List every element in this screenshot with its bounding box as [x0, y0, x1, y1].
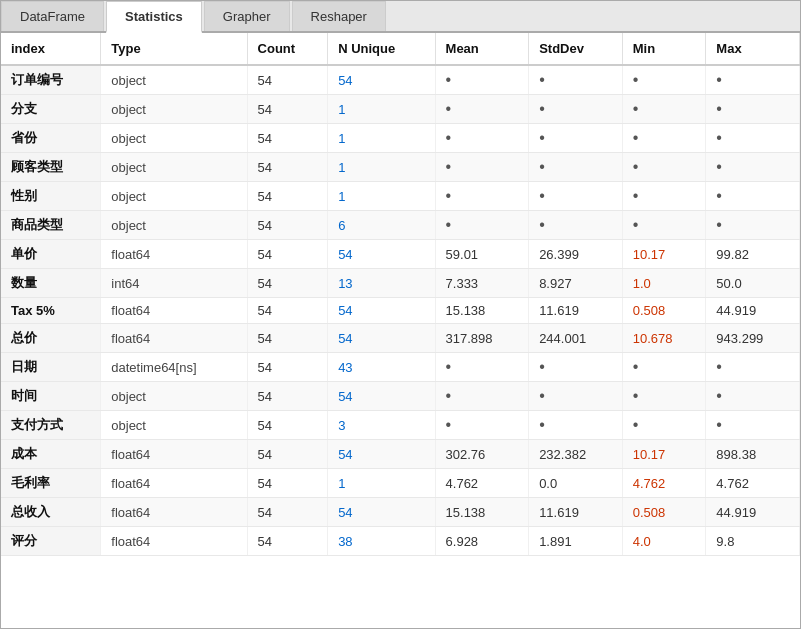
table-cell: •	[435, 353, 529, 382]
table-cell: 商品类型	[1, 211, 101, 240]
table-cell: •	[529, 124, 623, 153]
table-cell: float64	[101, 240, 247, 269]
col-header-index: index	[1, 33, 101, 65]
table-cell: •	[529, 95, 623, 124]
table-cell: 1.891	[529, 527, 623, 556]
table-cell: 1	[328, 153, 435, 182]
main-content: index Type Count N Unique Mean StdDev Mi…	[1, 33, 800, 628]
table-cell: 54	[247, 324, 328, 353]
tab-grapher[interactable]: Grapher	[204, 1, 290, 31]
table-cell: 54	[247, 469, 328, 498]
table-cell: 54	[247, 527, 328, 556]
table-cell: 943.299	[706, 324, 800, 353]
table-row: 总价float645454317.898244.00110.678943.299	[1, 324, 800, 353]
table-cell: •	[435, 382, 529, 411]
table-cell: 10.17	[622, 440, 706, 469]
app-container: DataFrame Statistics Grapher Reshaper in…	[0, 0, 801, 629]
table-cell: 订单编号	[1, 65, 101, 95]
table-cell: 54	[328, 324, 435, 353]
table-cell: 评分	[1, 527, 101, 556]
table-cell: 11.619	[529, 298, 623, 324]
table-cell: 54	[328, 298, 435, 324]
table-cell: 99.82	[706, 240, 800, 269]
table-cell: 54	[247, 440, 328, 469]
col-header-nunique: N Unique	[328, 33, 435, 65]
table-cell: •	[622, 95, 706, 124]
table-cell: •	[622, 124, 706, 153]
table-cell: •	[435, 211, 529, 240]
table-cell: •	[435, 411, 529, 440]
table-cell: 成本	[1, 440, 101, 469]
table-cell: 总价	[1, 324, 101, 353]
table-cell: object	[101, 182, 247, 211]
tab-dataframe[interactable]: DataFrame	[1, 1, 104, 31]
col-header-count: Count	[247, 33, 328, 65]
table-cell: 38	[328, 527, 435, 556]
table-cell: •	[622, 411, 706, 440]
col-header-max: Max	[706, 33, 800, 65]
table-cell: •	[529, 382, 623, 411]
table-cell: 54	[247, 382, 328, 411]
table-cell: 毛利率	[1, 469, 101, 498]
table-cell: 59.01	[435, 240, 529, 269]
table-cell: 总收入	[1, 498, 101, 527]
table-cell: •	[706, 382, 800, 411]
table-row: 单价float64545459.0126.39910.1799.82	[1, 240, 800, 269]
col-header-mean: Mean	[435, 33, 529, 65]
table-row: 支付方式object543••••	[1, 411, 800, 440]
table-cell: 4.762	[622, 469, 706, 498]
table-cell: •	[622, 211, 706, 240]
table-cell: 13	[328, 269, 435, 298]
table-cell: float64	[101, 324, 247, 353]
table-cell: 0.508	[622, 298, 706, 324]
table-row: 性别object541••••	[1, 182, 800, 211]
table-cell: 54	[328, 240, 435, 269]
table-cell: 54	[247, 240, 328, 269]
table-cell: •	[706, 411, 800, 440]
table-cell: •	[622, 382, 706, 411]
table-row: 顾客类型object541••••	[1, 153, 800, 182]
table-cell: 54	[247, 65, 328, 95]
table-cell: •	[706, 124, 800, 153]
table-cell: Tax 5%	[1, 298, 101, 324]
table-cell: 单价	[1, 240, 101, 269]
table-row: 分支object541••••	[1, 95, 800, 124]
statistics-table: index Type Count N Unique Mean StdDev Mi…	[1, 33, 800, 556]
table-cell: •	[435, 124, 529, 153]
table-cell: 10.678	[622, 324, 706, 353]
table-cell: •	[622, 182, 706, 211]
tab-reshaper[interactable]: Reshaper	[292, 1, 386, 31]
table-cell: 7.333	[435, 269, 529, 298]
table-cell: 54	[247, 498, 328, 527]
table-cell: 54	[247, 124, 328, 153]
table-cell: 顾客类型	[1, 153, 101, 182]
table-cell: float64	[101, 498, 247, 527]
table-cell: 15.138	[435, 498, 529, 527]
table-row: Tax 5%float64545415.13811.6190.50844.919	[1, 298, 800, 324]
table-cell: 26.399	[529, 240, 623, 269]
table-cell: 时间	[1, 382, 101, 411]
table-cell: 54	[328, 498, 435, 527]
table-row: 成本float645454302.76232.38210.17898.38	[1, 440, 800, 469]
table-cell: 4.0	[622, 527, 706, 556]
table-cell: •	[706, 182, 800, 211]
tab-statistics[interactable]: Statistics	[106, 1, 202, 33]
table-cell: 4.762	[435, 469, 529, 498]
table-cell: •	[435, 153, 529, 182]
table-cell: 9.8	[706, 527, 800, 556]
table-row: 订单编号object5454••••	[1, 65, 800, 95]
table-cell: 1	[328, 95, 435, 124]
table-cell: 54	[247, 211, 328, 240]
table-cell: 0.508	[622, 498, 706, 527]
table-cell: 0.0	[529, 469, 623, 498]
table-cell: •	[529, 353, 623, 382]
table-cell: datetime64[ns]	[101, 353, 247, 382]
table-wrapper[interactable]: index Type Count N Unique Mean StdDev Mi…	[1, 33, 800, 628]
table-cell: 性别	[1, 182, 101, 211]
table-cell: 1	[328, 124, 435, 153]
table-cell: 50.0	[706, 269, 800, 298]
table-cell: •	[435, 65, 529, 95]
table-cell: 支付方式	[1, 411, 101, 440]
table-cell: 8.927	[529, 269, 623, 298]
table-header-row: index Type Count N Unique Mean StdDev Mi…	[1, 33, 800, 65]
